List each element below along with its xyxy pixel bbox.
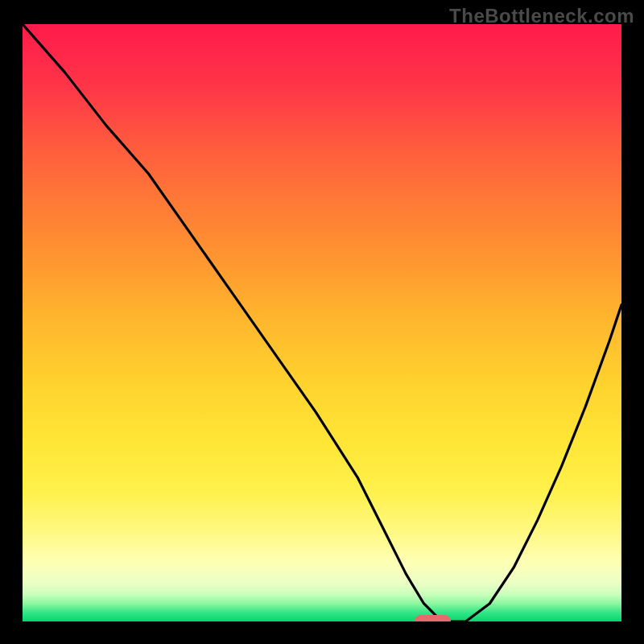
chart-frame: TheBottleneck.com [0, 0, 644, 644]
bottleneck-curve [23, 24, 621, 621]
plot-area [23, 24, 621, 621]
minimum-marker [415, 615, 451, 621]
watermark-text: TheBottleneck.com [449, 5, 634, 27]
